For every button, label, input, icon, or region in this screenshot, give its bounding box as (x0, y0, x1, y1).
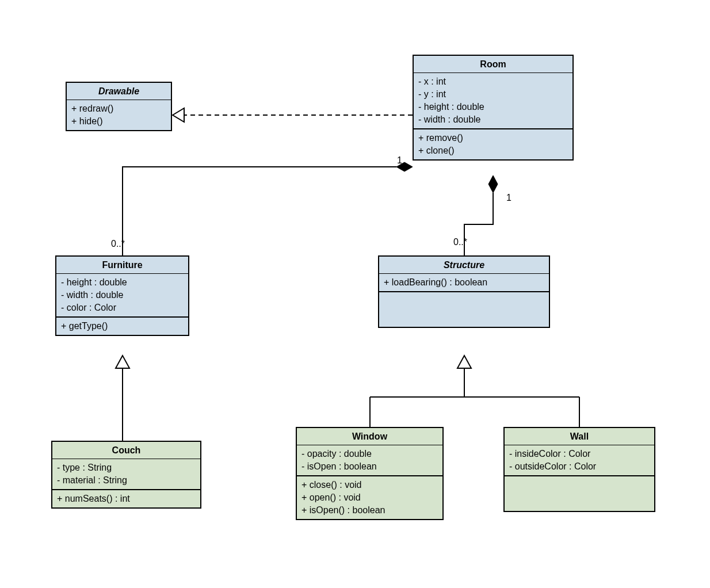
class-wall: Wall - insideColor : Color - outsideColo… (503, 427, 655, 512)
class-title: Window (297, 428, 442, 446)
attr-row: - height : double (418, 101, 568, 113)
empty-section (379, 292, 549, 327)
attr-row: - width : double (61, 289, 184, 301)
class-window: Window - opacity : double - isOpen : boo… (296, 427, 444, 520)
gen-arrow-couch (116, 356, 129, 368)
attr-row: - insideColor : Color (509, 448, 650, 460)
class-room: Room - x : int - y : int - height : doub… (413, 55, 574, 161)
multiplicity-room-furniture-room: 1 (397, 155, 402, 166)
class-title: Wall (505, 428, 654, 446)
attributes: - x : int - y : int - height : double - … (414, 73, 572, 129)
methods: + remove() + clone() (414, 129, 572, 159)
multiplicity-room-structure-structure: 0..* (453, 237, 467, 247)
realization-arrowhead (173, 108, 184, 122)
attr-row: - outsideColor : Color (509, 460, 650, 473)
composition-diamond-structure (488, 175, 498, 193)
attr-row: - color : Color (61, 301, 184, 314)
attr-row: - width : double (418, 113, 568, 126)
attributes: - height : double - width : double - col… (56, 274, 188, 318)
composition-line-structure (464, 193, 493, 255)
attributes: - opacity : double - isOpen : boolean (297, 445, 442, 476)
method-row: + hide() (71, 115, 166, 128)
attr-row: - type : String (57, 461, 196, 474)
attributes: - insideColor : Color - outsideColor : C… (505, 445, 654, 476)
methods: + getType() (56, 318, 188, 335)
attr-row: - isOpen : boolean (301, 460, 438, 473)
methods: + numSeats() : int (52, 490, 200, 507)
method-row: + numSeats() : int (57, 492, 196, 505)
method-row: + close() : void (301, 479, 438, 491)
method-row: + clone() (418, 144, 568, 157)
methods: + loadBearing() : boolean (379, 274, 549, 292)
empty-section (505, 476, 654, 511)
attributes: - type : String - material : String (52, 459, 200, 490)
multiplicity-room-structure-room: 1 (506, 193, 511, 203)
class-title: Furniture (56, 257, 188, 275)
methods: + close() : void + open() : void + isOpe… (297, 476, 442, 519)
class-title: Room (414, 56, 572, 74)
method-row: + isOpen() : boolean (301, 504, 438, 517)
methods: + redraw() + hide() (67, 100, 171, 130)
attr-row: - opacity : double (301, 448, 438, 460)
multiplicity-room-furniture-furniture: 0..* (111, 239, 125, 249)
class-furniture: Furniture - height : double - width : do… (55, 255, 189, 336)
class-couch: Couch - type : String - material : Strin… (51, 441, 201, 509)
attr-row: - y : int (418, 88, 568, 101)
method-row: + open() : void (301, 491, 438, 504)
attr-row: - x : int (418, 75, 568, 88)
attr-row: - height : double (61, 276, 184, 289)
gen-arrow-structure (457, 356, 471, 368)
composition-line-furniture (123, 167, 396, 255)
attr-row: - material : String (57, 474, 196, 487)
method-row: + loadBearing() : boolean (384, 276, 544, 289)
method-row: + remove() (418, 132, 568, 144)
class-title: Drawable (67, 83, 171, 101)
method-row: + getType() (61, 320, 184, 333)
class-structure: Structure + loadBearing() : boolean (378, 255, 550, 328)
class-title: Structure (379, 257, 549, 275)
method-row: + redraw() (71, 102, 166, 115)
class-title: Couch (52, 442, 200, 460)
class-drawable: Drawable + redraw() + hide() (66, 82, 172, 131)
